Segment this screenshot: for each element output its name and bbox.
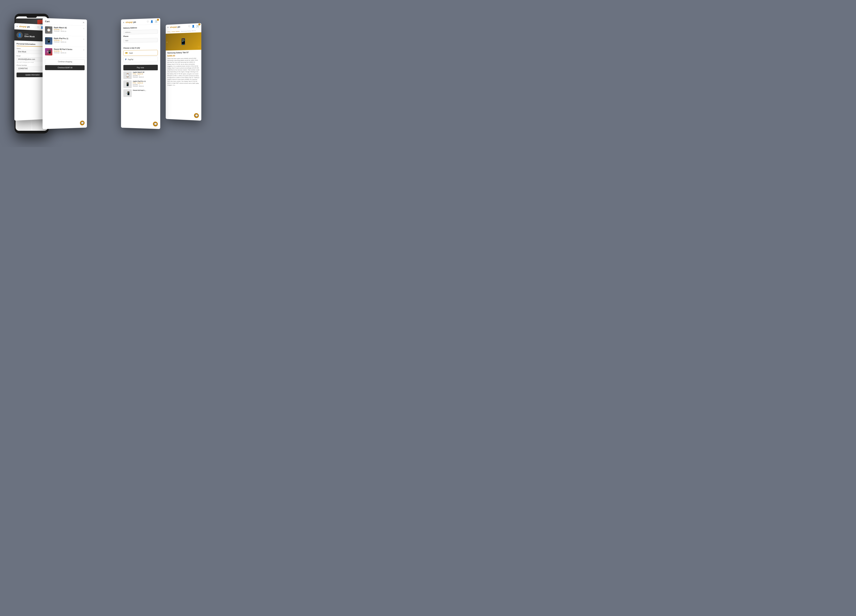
cart-item-1: 📱 Apple iPad Pro 11 Quantity : 1 Subtota… xyxy=(43,35,87,47)
chat-bubble-checkout[interactable]: 💬 xyxy=(153,121,158,126)
phone-notch xyxy=(26,17,37,18)
cart-item-remove-2[interactable]: ✕ xyxy=(83,49,85,51)
cart-item-remove-0[interactable]: ✕ xyxy=(83,28,85,30)
chat-bubble-cart[interactable]: 💬 xyxy=(80,121,85,126)
cart-footer: Continue shopping Checkout $1097.00 xyxy=(43,57,87,72)
cart-item-0: ⌚ Apple Watch SE Quantity : 1 Subtotal :… xyxy=(43,25,87,37)
breadcrumb-shop[interactable]: Shop xyxy=(167,31,170,33)
checkout-mini-info-0: Apple Watch SE Price : $299.00 Quantity … xyxy=(133,71,144,78)
checkout-user-icon[interactable]: 👤 xyxy=(150,20,153,23)
checkout-button[interactable]: Checkout $1097.00 xyxy=(45,65,85,70)
checkout-cart-badge: 1 xyxy=(157,18,159,21)
checkout-mini-item-1: 📱 Apple iPad Pro 11 Price : $499.00 Quan… xyxy=(123,80,158,88)
cart-item-price-2: Subtotal : $299.00 xyxy=(54,52,82,54)
user-display-name: Elon Musk xyxy=(25,35,35,38)
checkout-menu-icon[interactable]: ≡ xyxy=(123,21,124,24)
detail-logo-rest: po xyxy=(177,26,180,28)
checkout-item-name-1: Apple iPad Pro 11 xyxy=(133,80,146,82)
checkout-logo-rest: po xyxy=(133,21,136,23)
checkout-panel: ≡ shopqipo ♡ 👤 🛒1 Delivery Address Phone… xyxy=(121,18,160,129)
card-label: Card xyxy=(129,52,133,54)
checkout-heart-icon[interactable]: ♡ xyxy=(147,20,149,23)
heart-nav-icon[interactable]: ♡ xyxy=(37,26,39,29)
cart-item-price-1: Subtotal : $499.00 xyxy=(54,41,82,43)
continue-shopping-button[interactable]: Continue shopping xyxy=(45,59,85,65)
checkout-item-price-1: Price : $499.00 xyxy=(133,82,146,84)
checkout-mini-info-2: Xiaomi Mi Pad 5 ... xyxy=(133,89,146,91)
cart-item-2: 📲 Xiaomi Mi Pad 5 Series Quantity : 1 Su… xyxy=(43,46,87,58)
checkout-logo: ≡ shopqipo xyxy=(123,21,136,24)
phone-checkout-input[interactable] xyxy=(123,38,158,43)
cart-item-img-0: ⌚ xyxy=(45,26,52,34)
product-detail-image: 📱 ‹ ♡ xyxy=(166,32,201,51)
menu-icon[interactable]: ≡ xyxy=(17,25,18,28)
cart-item-img-2: 📲 xyxy=(45,48,52,55)
checkout-item-name-0: Apple Watch SE xyxy=(133,71,144,73)
detail-user-icon[interactable]: 👤 xyxy=(192,25,195,28)
payment-section: Choose a way to pay 💳 Card P PayPal xyxy=(121,45,160,65)
detail-heart-button[interactable]: ♡ xyxy=(197,46,200,48)
checkout-nav-icons: ♡ 👤 🛒1 xyxy=(147,20,158,23)
product-detail-price: $399.00 xyxy=(167,54,199,57)
pay-method-label: Choose a way to pay xyxy=(123,46,158,49)
product-detail-description: There had been quite some debate around … xyxy=(167,57,199,87)
checkout-cart-icon[interactable]: 🛒1 xyxy=(155,20,158,23)
checkout-mini-item-0: ⌚ Apple Watch SE Price : $299.00 Quantit… xyxy=(123,71,158,79)
product-detail-body: Samsung Galaxy Tab S7 $399.00 There had … xyxy=(166,50,201,88)
checkout-logo-color: shopqi xyxy=(125,21,133,24)
phone-checkout-label: Phone xyxy=(123,35,158,37)
product-detail-name: Samsung Galaxy Tab S7 xyxy=(167,51,199,54)
checkout-mini-item-2: 📲 Xiaomi Mi Pad 5 ... xyxy=(123,89,158,98)
detail-menu-icon[interactable]: ≡ xyxy=(167,26,168,29)
paypal-icon: P xyxy=(125,58,126,61)
detail-prev-arrow[interactable]: ‹ xyxy=(167,41,168,43)
logo-profile: ≡ shopqipo xyxy=(17,25,30,28)
checkout-items: ⌚ Apple Watch SE Price : $299.00 Quantit… xyxy=(121,70,160,100)
detail-cart-badge: 1 xyxy=(198,23,200,26)
breadcrumb-product: Samsung Galaxy Tab S7 xyxy=(181,30,196,32)
checkout-item-subtotal-1: Subtotal : $499.00 xyxy=(133,85,146,87)
checkout-mini-info-1: Apple iPad Pro 11 Price : $499.00 Quanti… xyxy=(133,80,146,87)
logo-text-rest: po xyxy=(27,26,30,28)
paypal-payment-option[interactable]: P PayPal xyxy=(123,57,158,62)
checkout-mini-img-1: 📱 xyxy=(123,80,132,88)
cart-item-img-1: 📱 xyxy=(45,37,52,45)
breadcrumb-category[interactable]: Smart Tablets xyxy=(172,31,180,32)
paypal-label: PayPal xyxy=(128,58,133,60)
cart-close-button[interactable]: ✕ xyxy=(83,21,85,24)
checkout-mini-img-0: ⌚ xyxy=(123,71,132,79)
cart-item-remove-1[interactable]: ✕ xyxy=(83,38,85,40)
checkout-item-price-0: Price : $299.00 xyxy=(133,73,144,75)
detail-logo: ≡ shopqipo xyxy=(167,26,180,29)
product-detail-panel: ≡ shopqipo ♡ 👤 🛒1 Shop Smart Tablets Sam… xyxy=(166,23,201,121)
delivery-label: Delivery Address xyxy=(123,26,158,29)
detail-cart-icon[interactable]: 🛒1 xyxy=(196,24,199,28)
cart-item-info-2: Xiaomi Mi Pad 5 Series Quantity : 1 Subt… xyxy=(54,48,82,54)
detail-logo-color: shopqi xyxy=(170,26,177,29)
address-input[interactable] xyxy=(123,29,158,34)
card-payment-option[interactable]: 💳 Card xyxy=(123,50,158,56)
cart-item-info-1: Apple iPad Pro 11 Quantity : 1 Subtotal … xyxy=(54,37,82,43)
cart-title: Cart xyxy=(45,20,50,23)
card-icon: 💳 xyxy=(125,52,128,54)
logo-text-color: shopqi xyxy=(19,25,26,28)
pay-now-button[interactable]: Pay now xyxy=(123,65,158,70)
avatar: 👤 xyxy=(17,32,23,38)
checkout-item-subtotal-0: Subtotal : $299.00 xyxy=(133,76,144,78)
delivery-section: Delivery Address Phone xyxy=(121,24,160,46)
checkout-item-qty-0: Quantity : 1 xyxy=(133,75,144,76)
chat-bubble-detail[interactable]: 💬 xyxy=(194,113,199,118)
cart-item-info-0: Apple Watch SE Quantity : 1 Subtotal : $… xyxy=(54,26,82,33)
checkout-item-name-2: Xiaomi Mi Pad 5 ... xyxy=(133,89,146,91)
cart-panel: Cart ✕ ⌚ Apple Watch SE Quantity : 1 Sub… xyxy=(43,18,87,129)
detail-heart-icon[interactable]: ♡ xyxy=(188,25,190,28)
detail-nav-icons: ♡ 👤 🛒1 xyxy=(188,24,200,28)
checkout-mini-img-2: 📲 xyxy=(123,89,132,97)
